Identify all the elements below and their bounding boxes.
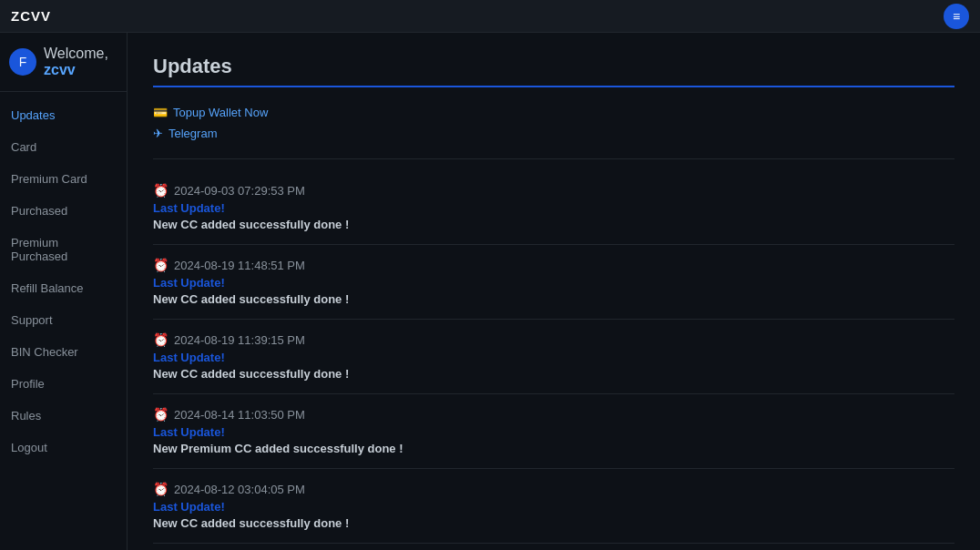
update-label: Last Update! xyxy=(153,500,954,514)
main-layout: F Welcome, zcvv UpdatesCardPremium CardP… xyxy=(0,33,980,550)
clock-icon: ⏰ xyxy=(153,258,168,272)
sidebar-item-support[interactable]: Support xyxy=(0,304,127,336)
sidebar-item-premium-card[interactable]: Premium Card xyxy=(0,163,127,195)
welcome-label: Welcome, xyxy=(44,46,108,61)
sidebar-item-bin-checker[interactable]: BIN Checker xyxy=(0,336,127,368)
updates-list: ⏰2024-09-03 07:29:53 PMLast Update!New C… xyxy=(153,170,954,544)
action-link-telegram[interactable]: ✈Telegram xyxy=(153,127,954,140)
update-item: ⏰2024-09-03 07:29:53 PMLast Update!New C… xyxy=(153,170,954,245)
sidebar-item-rules[interactable]: Rules xyxy=(0,400,127,432)
topup-label: Topup Wallet Now xyxy=(173,106,268,119)
update-message: New CC added successfully done ! xyxy=(153,516,954,530)
update-time-row: ⏰2024-08-14 11:03:50 PM xyxy=(153,407,954,422)
avatar-icon: F xyxy=(19,55,27,69)
clock-icon: ⏰ xyxy=(153,482,168,496)
action-link-topup[interactable]: 💳Topup Wallet Now xyxy=(153,106,954,119)
update-label: Last Update! xyxy=(153,276,954,290)
sidebar-user-section: F Welcome, zcvv xyxy=(0,33,127,92)
title-underline xyxy=(153,86,954,87)
sidebar-item-card[interactable]: Card xyxy=(0,131,127,163)
sidebar: F Welcome, zcvv UpdatesCardPremium CardP… xyxy=(0,33,128,550)
action-links: 💳Topup Wallet Now✈Telegram xyxy=(153,106,954,140)
sidebar-item-profile[interactable]: Profile xyxy=(0,368,127,400)
sidebar-item-refill-balance[interactable]: Refill Balance xyxy=(0,272,127,304)
update-label: Last Update! xyxy=(153,351,954,364)
update-time-row: ⏰2024-08-19 11:39:15 PM xyxy=(153,332,954,347)
update-timestamp: 2024-08-19 11:48:51 PM xyxy=(174,259,305,272)
sidebar-item-updates[interactable]: Updates xyxy=(0,99,127,131)
navbar: ZCVV ≡ xyxy=(0,0,980,33)
update-message: New CC added successfully done ! xyxy=(153,367,954,381)
telegram-icon: ✈ xyxy=(153,127,163,140)
telegram-label: Telegram xyxy=(168,127,217,140)
sidebar-nav: UpdatesCardPremium CardPurchasedPremium … xyxy=(0,92,127,471)
update-timestamp: 2024-09-03 07:29:53 PM xyxy=(174,184,305,198)
welcome-text-block: Welcome, zcvv xyxy=(44,46,117,78)
avatar: F xyxy=(9,48,36,76)
divider xyxy=(153,158,954,159)
update-time-row: ⏰2024-09-03 07:29:53 PM xyxy=(153,183,954,198)
update-item: ⏰2024-08-19 11:39:15 PMLast Update!New C… xyxy=(153,320,954,394)
sidebar-item-purchased[interactable]: Purchased xyxy=(0,195,127,227)
page-title: Updates xyxy=(153,55,954,78)
update-timestamp: 2024-08-19 11:39:15 PM xyxy=(174,333,305,347)
update-item: ⏰2024-08-12 03:04:05 PMLast Update!New C… xyxy=(153,469,954,544)
update-item: ⏰2024-08-19 11:48:51 PMLast Update!New C… xyxy=(153,245,954,320)
update-label: Last Update! xyxy=(153,201,954,215)
update-message: New Premium CC added successfully done ! xyxy=(153,442,954,455)
update-item: ⏰2024-08-14 11:03:50 PMLast Update!New P… xyxy=(153,394,954,469)
update-timestamp: 2024-08-14 11:03:50 PM xyxy=(174,408,305,422)
sidebar-username: zcvv xyxy=(44,62,76,77)
main-content: Updates 💳Topup Wallet Now✈Telegram ⏰2024… xyxy=(128,33,980,550)
update-timestamp: 2024-08-12 03:04:05 PM xyxy=(174,483,305,496)
clock-icon: ⏰ xyxy=(153,332,168,347)
update-label: Last Update! xyxy=(153,425,954,439)
clock-icon: ⏰ xyxy=(153,407,168,422)
sidebar-item-logout[interactable]: Logout xyxy=(0,432,127,463)
update-message: New CC added successfully done ! xyxy=(153,292,954,306)
update-time-row: ⏰2024-08-19 11:48:51 PM xyxy=(153,258,954,272)
update-message: New CC added successfully done ! xyxy=(153,218,954,231)
sidebar-item-premium-purchased[interactable]: Premium Purchased xyxy=(0,227,127,272)
clock-icon: ⏰ xyxy=(153,183,168,198)
menu-button[interactable]: ≡ xyxy=(944,4,969,29)
update-time-row: ⏰2024-08-12 03:04:05 PM xyxy=(153,482,954,496)
brand-logo: ZCVV xyxy=(11,8,51,24)
hamburger-icon: ≡ xyxy=(953,9,960,24)
topup-icon: 💳 xyxy=(153,106,168,119)
